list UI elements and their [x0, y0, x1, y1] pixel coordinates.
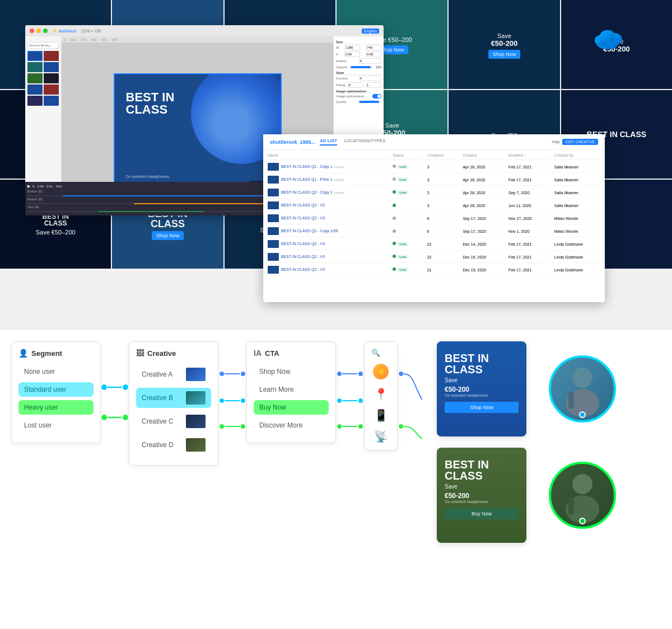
avatar-container-2	[549, 462, 616, 529]
location-channel-icon[interactable]: 📍	[374, 387, 388, 401]
clip-orange-1	[134, 203, 276, 204]
ad-olive-buy-btn[interactable]: Buy Now	[445, 508, 519, 519]
bottom-section: 👤 Segment None user Standard user Heavy …	[0, 330, 672, 629]
table-row[interactable]: BEST IN CLASS Q2 - V3 Live 22 Dec 14, 20…	[264, 238, 604, 250]
image-icon: 🖼	[136, 349, 144, 358]
clip-blue-1	[63, 195, 275, 196]
ad-blue-price: €50-200	[437, 386, 526, 393]
table-row[interactable]: BEST IN CLASS Q2 - V3 Live 21 Dec 15, 20…	[264, 264, 604, 276]
editor-path: 1270 × 720	[81, 29, 101, 33]
count-input[interactable]	[366, 82, 381, 88]
x-input[interactable]	[344, 51, 360, 57]
table-row[interactable]: BEST IN CLASS Q2 - V2 3 Apr 28, 2020 Jun…	[264, 200, 604, 212]
ad-olive-save: Save	[437, 481, 526, 492]
segment-standard-user[interactable]: Standard user	[18, 382, 94, 397]
creative-c[interactable]: Creative C	[136, 411, 211, 431]
device-channel-icon[interactable]: 📱	[374, 409, 388, 422]
person-icon: 👤	[18, 349, 28, 358]
help-link[interactable]: Help	[552, 140, 559, 144]
svg-point-9	[240, 371, 246, 377]
cta-learn-more[interactable]: Learn More	[254, 382, 329, 397]
segment-lost-user[interactable]: Lost user	[18, 418, 94, 433]
tab-adlist[interactable]: AD LIST	[320, 138, 337, 145]
ad-blue-sub: On selected headphones	[437, 393, 526, 397]
weather-channel-icon[interactable]: ☀️	[373, 364, 389, 379]
shop-btn-bg-14[interactable]: Shop Now	[152, 231, 184, 240]
time-display: 0 1:00 2:0+ 3:0+	[32, 185, 63, 188]
tab-locations[interactable]: LOCATIONS/TYPES	[344, 138, 385, 145]
thumb-item-5[interactable]	[27, 96, 59, 106]
creative-label: Creative	[147, 349, 176, 358]
svg-point-12	[219, 424, 225, 429]
language-selector[interactable]: English	[362, 29, 379, 34]
table-row[interactable]: BEST IN CLASS Q2 - Copy 1/09 6 Sep 17, 2…	[264, 226, 604, 237]
svg-rect-24	[568, 392, 574, 409]
thumb-red-2	[44, 85, 59, 95]
segment-none-user[interactable]: None user	[18, 364, 94, 379]
edit-creative-btn[interactable]: EDIT CREATIVE	[562, 139, 598, 145]
xy-row: X	[336, 51, 381, 57]
fitting-input[interactable]	[348, 82, 363, 88]
table-row[interactable]: BEST IN CLASS Q2 - V3 6 Sep 17, 2020 Nov…	[264, 213, 604, 224]
thumb-blue-1	[27, 51, 43, 61]
text-icon: IA	[254, 349, 262, 358]
corners-input[interactable]	[359, 76, 381, 81]
thumb-item-4[interactable]	[27, 85, 59, 95]
ad-blue-save: Save	[437, 375, 526, 386]
image-opt-row: Image optimization	[336, 94, 381, 98]
radius-input[interactable]	[359, 58, 381, 64]
adlist-window: shuttlerock_1985... AD LIST LOCATIONS/TY…	[263, 134, 605, 302]
broadcast-channel-icon[interactable]: 📡	[374, 430, 388, 443]
y-input[interactable]	[366, 51, 381, 57]
cta-shop-now[interactable]: Shop Now	[254, 364, 329, 379]
cta-label: CTA	[265, 349, 279, 358]
ad-olive-price: €50-200	[437, 492, 526, 500]
svg-point-11	[240, 398, 246, 403]
fitting-row: Fitting	[336, 82, 381, 88]
opacity-slider[interactable]	[351, 66, 373, 68]
thumb-item-1[interactable]	[27, 51, 59, 61]
creative-b[interactable]: Creative B	[136, 388, 211, 408]
cta-discover-more[interactable]: Discover More	[254, 418, 329, 433]
svg-point-22	[572, 368, 592, 388]
table-row[interactable]: BEST IN CLASS Q2 - V3 Live 22 Dec 16, 20…	[264, 251, 604, 263]
svg-point-15	[358, 371, 363, 377]
preview-row-2: BEST INCLASS Save €50-200 On selected he…	[437, 448, 616, 543]
corners-row: Corners	[336, 76, 381, 81]
width-input[interactable]	[344, 45, 360, 50]
preview-section: BEST INCLASS Save €50-200 On selected he…	[437, 341, 616, 543]
play-btn[interactable]: ▶	[27, 184, 30, 189]
table-row[interactable]: BEST IN CLASS Q1 - Copy 1 Legacy Live 3 …	[264, 161, 604, 173]
thumb-blue-2	[44, 62, 59, 72]
creative-d[interactable]: Creative D	[136, 435, 211, 455]
svg-point-8	[219, 371, 225, 377]
svg-point-21	[398, 424, 404, 429]
search-input[interactable]	[27, 42, 59, 49]
quality-slider[interactable]	[359, 101, 381, 103]
col-status: Status	[389, 151, 422, 160]
clip-green-1	[98, 211, 204, 212]
segment-heavy-user[interactable]: Heavy user	[18, 400, 94, 415]
table-row[interactable]: BEST IN CLASS Q1 - Price 1 Legacy Live 3…	[264, 174, 604, 186]
ad-blue-shop-btn[interactable]: Shop Now	[445, 402, 519, 413]
creative-a[interactable]: Creative A	[136, 364, 211, 384]
creative-panel: 🖼 Creative Creative A Creative B Creativ…	[129, 341, 218, 466]
ruler-top: 0 100 200 300 400 500	[62, 36, 333, 43]
opacity-row: Opacity 100	[336, 65, 381, 69]
svg-point-25	[572, 474, 592, 494]
svg-point-10	[219, 398, 225, 403]
image-opt-toggle[interactable]	[372, 94, 381, 98]
thumb-item-3[interactable]	[27, 73, 59, 83]
avatar-dot-cyan	[579, 411, 586, 418]
ad-olive-sub: On selected headphones	[437, 500, 526, 504]
height-input[interactable]	[366, 45, 381, 50]
style-section: Style	[336, 71, 381, 75]
thumb-item-2[interactable]	[27, 62, 59, 72]
table-row[interactable]: BEST IN CLASS Q2 - Copy 1 Legacy Live 3 …	[264, 187, 604, 199]
cta-panel: IA CTA Shop Now Learn More Buy Now Disco…	[246, 341, 336, 443]
cta-buy-now[interactable]: Buy Now	[254, 400, 329, 415]
svg-point-18	[337, 424, 342, 429]
shop-btn-bg-5[interactable]: Shop Now	[488, 50, 521, 59]
svg-point-7	[122, 414, 129, 421]
channel-list: ☀️ 📍 📱 📡	[371, 364, 390, 443]
